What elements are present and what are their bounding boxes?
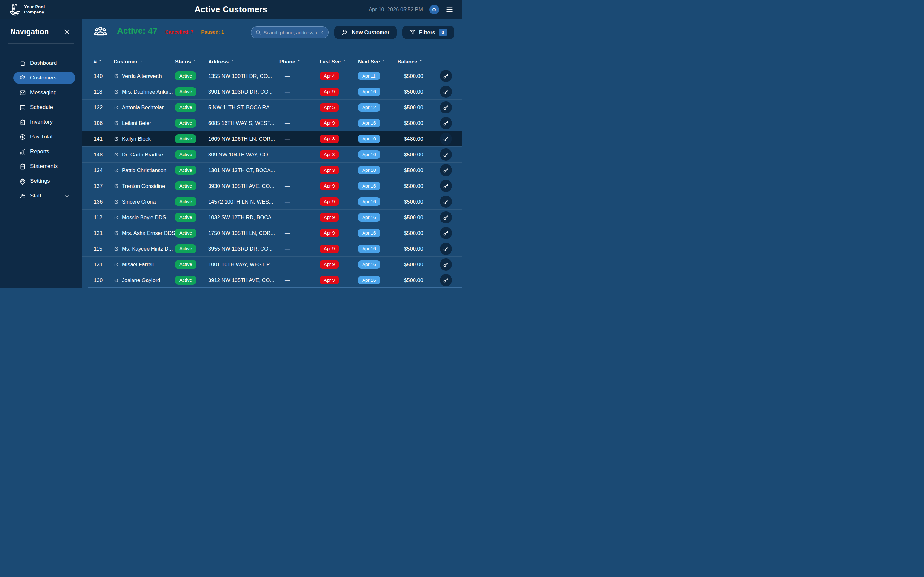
customer-name[interactable]: Trenton Considine [122, 183, 165, 189]
sidebar-item-dashboard[interactable]: Dashboard [13, 57, 75, 69]
customer-address-link[interactable]: 1750 NW 105TH LN, COR... [208, 230, 275, 236]
table-row[interactable]: 130Josiane GaylordActive3912 NW 105TH AV… [82, 272, 462, 288]
key-button[interactable] [440, 164, 452, 176]
column-header-next-svc[interactable]: Next Svc [358, 59, 397, 65]
sidebar-item-messaging[interactable]: Messaging [13, 87, 75, 99]
avatar[interactable]: O [429, 5, 439, 15]
customer-phone: — [279, 261, 320, 268]
external-link-icon[interactable] [113, 183, 119, 189]
key-button[interactable] [440, 117, 452, 129]
table-row[interactable]: 148Dr. Garth BradtkeActive809 NW 104TH W… [82, 147, 462, 162]
customer-name[interactable]: Leilani Beier [122, 120, 151, 126]
customer-name[interactable]: Misael Farrell [122, 261, 153, 268]
customer-address-link[interactable]: 1609 NW 106TH LN, COR... [208, 136, 275, 142]
sidebar-item-statements[interactable]: Statements [13, 160, 75, 172]
sidebar-item-staff[interactable]: Staff [13, 190, 75, 202]
table-row[interactable]: 115Ms. Kaycee Hintz D...Active3955 NW 10… [82, 241, 462, 256]
sidebar-item-inventory[interactable]: Inventory [13, 116, 75, 128]
sidebar-item-customers[interactable]: Customers [13, 72, 75, 84]
customer-name[interactable]: Pattie Christiansen [122, 167, 166, 173]
clear-search-icon[interactable] [320, 30, 324, 35]
customer-address-link[interactable]: 1301 NW 13TH CT, BOCA... [208, 167, 275, 173]
customer-address-link[interactable]: 1001 10TH WAY, WEST P... [208, 261, 274, 268]
external-link-icon[interactable] [113, 152, 119, 157]
sidebar-item-pay-total[interactable]: Pay Total [13, 131, 75, 143]
new-customer-button[interactable]: New Customer [334, 26, 397, 39]
customer-address-link[interactable]: 6085 16TH WAY S, WEST... [208, 120, 274, 126]
external-link-icon[interactable] [113, 246, 119, 251]
sidebar-item-settings[interactable]: Settings [13, 175, 75, 187]
table-row[interactable]: 106Leilani BeierActive6085 16TH WAY S, W… [82, 115, 462, 131]
external-link-icon[interactable] [113, 168, 119, 173]
table-row[interactable]: 141Kailyn BlockActive1609 NW 106TH LN, C… [82, 131, 462, 147]
customer-address-link[interactable]: 3912 NW 105TH AVE, CO... [208, 277, 274, 284]
key-button[interactable] [440, 101, 452, 113]
table-row[interactable]: 134Pattie ChristiansenActive1301 NW 13TH… [82, 162, 462, 178]
table-row[interactable]: 131Misael FarrellActive1001 10TH WAY, WE… [82, 256, 462, 272]
horizontal-scrollbar[interactable] [88, 287, 462, 288]
customer-name[interactable]: Mrs. Daphnee Anku... [122, 89, 173, 95]
column-header-balance[interactable]: Balance [397, 59, 430, 65]
customer-address-link[interactable]: 14572 100TH LN N, WES... [208, 199, 273, 205]
external-link-icon[interactable] [113, 121, 119, 126]
customer-address-link[interactable]: 809 NW 104TH WAY, CO... [208, 152, 272, 158]
key-button[interactable] [440, 195, 452, 208]
sidebar-item-reports[interactable]: Reports [13, 145, 75, 158]
external-link-icon[interactable] [113, 73, 119, 79]
customer-balance: $500.00 [397, 167, 430, 173]
customer-address-link[interactable]: 1355 NW 100TH DR, CO... [208, 73, 272, 79]
column-header-address[interactable]: Address [208, 59, 279, 65]
external-link-icon[interactable] [113, 136, 119, 142]
external-link-icon[interactable] [113, 199, 119, 205]
external-link-icon[interactable] [113, 89, 119, 95]
table-row[interactable]: 122Antonia BechtelarActive5 NW 11TH ST, … [82, 99, 462, 115]
customer-name[interactable]: Mrs. Asha Ernser DDS [122, 230, 175, 236]
customer-address-link[interactable]: 1032 SW 12TH RD, BOCA... [208, 214, 276, 221]
customer-name[interactable]: Antonia Bechtelar [122, 105, 164, 111]
customer-name[interactable]: Verda Altenwerth [122, 73, 162, 79]
customer-name[interactable]: Ms. Kaycee Hintz D... [122, 246, 173, 252]
table-row[interactable]: 140Verda AltenwerthActive1355 NW 100TH D… [82, 68, 462, 84]
filters-button[interactable]: Filters 0 [402, 26, 454, 39]
customer-name[interactable]: Mossie Boyle DDS [122, 214, 166, 221]
customer-address-link[interactable]: 3930 NW 105TH AVE, CO... [208, 183, 274, 189]
key-button[interactable] [440, 148, 452, 161]
table-row[interactable]: 112Mossie Boyle DDSActive1032 SW 12TH RD… [82, 210, 462, 225]
table-row[interactable]: 137Trenton ConsidineActive3930 NW 105TH … [82, 178, 462, 193]
column-header-phone[interactable]: Phone [279, 59, 320, 65]
key-button[interactable] [440, 243, 452, 255]
customer-name[interactable]: Sincere Crona [122, 199, 156, 205]
key-button[interactable] [440, 274, 452, 286]
sidebar-item-schedule[interactable]: Schedule [13, 101, 75, 113]
customer-address-link[interactable]: 3901 NW 103RD DR, CO... [208, 89, 273, 95]
column-header-num[interactable]: # [94, 59, 113, 65]
customer-address-link[interactable]: 3955 NW 103RD DR, CO... [208, 246, 273, 252]
customer-name[interactable]: Dr. Garth Bradtke [122, 152, 163, 158]
external-link-icon[interactable] [113, 262, 119, 268]
key-button[interactable] [440, 70, 452, 82]
column-header-customer[interactable]: Customer [113, 59, 175, 65]
search-input[interactable] [263, 30, 317, 35]
external-link-icon[interactable] [113, 215, 119, 220]
column-header-last-svc[interactable]: Last Svc [320, 59, 358, 65]
last-service-badge: Apr 9 [320, 229, 339, 237]
external-link-icon[interactable] [113, 230, 119, 236]
key-button[interactable] [440, 133, 452, 145]
close-icon[interactable] [63, 29, 70, 35]
external-link-icon[interactable] [113, 105, 119, 110]
last-service-badge: Apr 5 [320, 103, 339, 111]
key-button[interactable] [440, 211, 452, 223]
hamburger-menu-icon[interactable] [445, 5, 454, 14]
table-row[interactable]: 118Mrs. Daphnee Anku...Active3901 NW 103… [82, 84, 462, 99]
table-row[interactable]: 121Mrs. Asha Ernser DDSActive1750 NW 105… [82, 225, 462, 241]
customer-name[interactable]: Josiane Gaylord [122, 277, 160, 284]
key-button[interactable] [440, 227, 452, 239]
key-button[interactable] [440, 180, 452, 192]
key-button[interactable] [440, 85, 452, 98]
key-button[interactable] [440, 258, 452, 271]
customer-address-link[interactable]: 5 NW 11TH ST, BOCA RA... [208, 105, 274, 111]
column-header-status[interactable]: Status [175, 59, 208, 65]
external-link-icon[interactable] [113, 277, 119, 283]
table-row[interactable]: 136Sincere CronaActive14572 100TH LN N, … [82, 193, 462, 210]
customer-name[interactable]: Kailyn Block [122, 136, 151, 142]
